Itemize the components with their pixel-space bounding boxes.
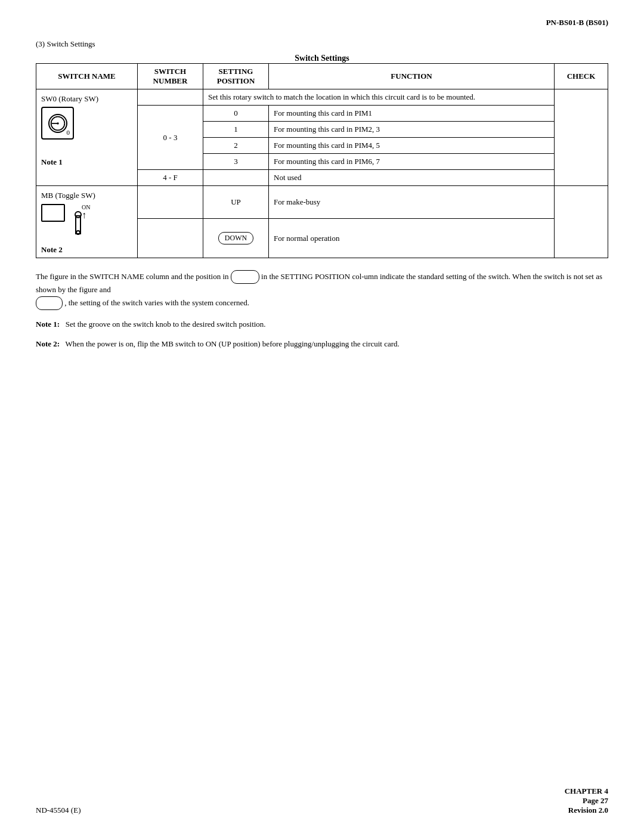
- header-right: PN-BS01-B (BS01): [36, 18, 608, 27]
- table-row-mb-name: MB (Toggle SW): [36, 186, 608, 219]
- sw0-pos-1: 1: [203, 122, 269, 138]
- mb-switch-name-cell: MB (Toggle SW): [36, 186, 138, 258]
- sw0-func-3: For mounting this card in PIM6, 7: [269, 154, 555, 170]
- note2-label: Note 2:: [36, 339, 60, 348]
- sw0-func-2: For mounting this card in PIM4, 5: [269, 138, 555, 154]
- sw0-pos-2: 2: [203, 138, 269, 154]
- switch-settings-table: SWITCH NAME SWITCH NUMBER SETTING POSITI…: [36, 63, 608, 258]
- col-header-check: CHECK: [555, 64, 608, 89]
- sw0-4f-pos: [203, 170, 269, 186]
- section-label: (3) Switch Settings: [36, 39, 608, 49]
- sw0-func-1: For mounting this card in PIM2, 3: [269, 122, 555, 138]
- svg-point-5: [76, 231, 80, 234]
- mb-func-down: For normal operation: [269, 219, 555, 258]
- sw0-number-range: 0 - 3: [138, 106, 203, 170]
- note1-label: Note 1:: [36, 320, 60, 329]
- mb-pos-down: DOWN: [203, 219, 269, 258]
- table-row-sw0: SW0 (Rotary SW) 0: [36, 89, 608, 106]
- sw0-intro-text: Set this rotary switch to match the loca…: [203, 89, 555, 106]
- mb-switch-name: MB (Toggle SW): [41, 191, 132, 200]
- rotary-sw-diagram: 0: [41, 107, 132, 140]
- mb-pos-up: UP: [203, 186, 269, 219]
- inline-oval-2: [36, 296, 63, 310]
- paragraph-section: The figure in the SWITCH NAME column and…: [36, 270, 608, 310]
- svg-point-4: [75, 212, 81, 218]
- sw0-pos-0: 0: [203, 106, 269, 122]
- para-text1: The figure in the SWITCH NAME column and…: [36, 272, 229, 281]
- switch-settings-title: Switch Settings: [36, 54, 608, 63]
- sw0-pos-3: 3: [203, 154, 269, 170]
- inline-oval-1: [231, 270, 259, 284]
- footer-left: ND-45504 (E): [36, 806, 80, 815]
- sw0-check-cell: [555, 89, 608, 186]
- col-header-switch-name: SWITCH NAME: [36, 64, 138, 89]
- col-header-switch-number: SWITCH NUMBER: [138, 64, 203, 89]
- footer-chapter: CHAPTER 4: [565, 786, 608, 796]
- footer-page: Page 27: [565, 796, 608, 806]
- sw0-4f-range: 4 - F: [138, 170, 203, 186]
- para-text3: , the setting of the switch varies with …: [64, 298, 249, 307]
- mb-func-up: For make-busy: [269, 186, 555, 219]
- footer-revision: Revision 2.0: [565, 806, 608, 815]
- mb-number-cell-2: [138, 219, 203, 258]
- sw0-note-label: Note 1: [41, 157, 132, 167]
- note1-section: Note 1: Set the groove on the switch kno…: [36, 318, 608, 331]
- svg-point-2: [57, 122, 59, 125]
- footer-right: CHAPTER 4 Page 27 Revision 2.0: [565, 786, 608, 815]
- sw0-switch-name: SW0 (Rotary SW): [41, 94, 132, 104]
- note2-section: Note 2: When the power is on, flip the M…: [36, 338, 608, 351]
- page-footer: ND-45504 (E) CHAPTER 4 Page 27 Revision …: [36, 786, 608, 815]
- sw0-func-0: For mounting this card in PIM1: [269, 106, 555, 122]
- col-header-setting-position: SETTING POSITION: [203, 64, 269, 89]
- col-header-function: FUNCTION: [269, 64, 555, 89]
- mb-note-label: Note 2: [41, 245, 132, 255]
- mb-check-cell: [555, 186, 608, 258]
- mb-number-cell: [138, 186, 203, 219]
- note2-text: When the power is on, flip the MB switch…: [66, 339, 400, 348]
- sw0-number-empty-top: [138, 89, 203, 106]
- note1-text: Set the groove on the switch knob to the…: [66, 320, 266, 329]
- sw0-4f-func: Not used: [269, 170, 555, 186]
